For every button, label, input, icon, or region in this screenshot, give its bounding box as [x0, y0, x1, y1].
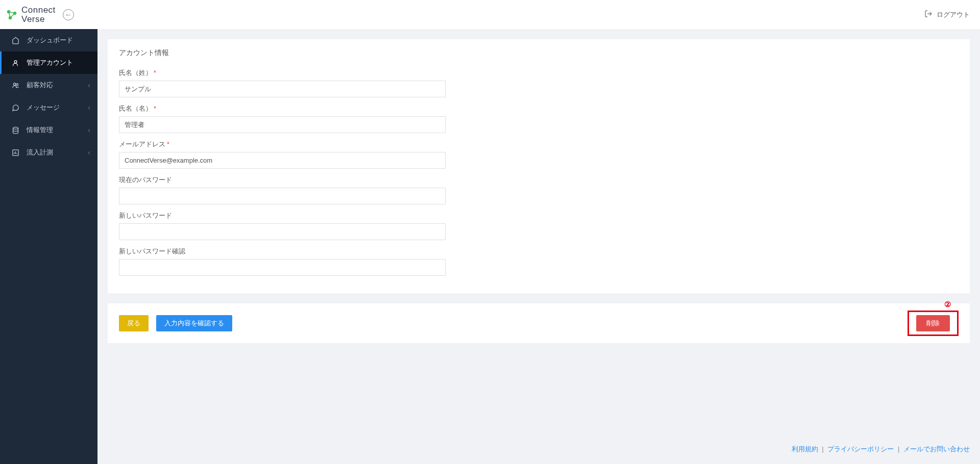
main-content: アカウント情報 氏名（姓）* 氏名（名）* メールアドレス*	[97, 29, 980, 464]
chevron-left-icon: ‹	[88, 81, 90, 89]
sidebar-item-label: ダッシュボード	[27, 36, 90, 45]
sidebar-item-analytics[interactable]: 流入計測 ‹	[0, 141, 97, 164]
field-current-password: 現在のパスワード	[119, 176, 959, 204]
annotation-number: ②	[944, 300, 951, 309]
logout-label: ログアウト	[937, 10, 970, 19]
new-password-confirm-input[interactable]	[119, 259, 446, 276]
field-label: 現在のパスワード	[119, 176, 959, 185]
svg-point-8	[13, 83, 15, 85]
sidebar-item-info[interactable]: 情報管理 ‹	[0, 119, 97, 141]
annotation-highlight: ② 削除	[908, 311, 959, 336]
current-password-input[interactable]	[119, 188, 446, 204]
logo[interactable]: Connect Verse	[5, 6, 56, 24]
email-input[interactable]	[119, 152, 446, 169]
field-label: 氏名（名）*	[119, 105, 959, 113]
home-icon	[11, 37, 19, 44]
logout-icon	[924, 10, 933, 19]
chevron-left-icon: ‹	[88, 126, 90, 134]
sidebar-item-message[interactable]: メッセージ ‹	[0, 96, 97, 119]
sidebar-item-label: 顧客対応	[27, 81, 88, 90]
account-info-card: アカウント情報 氏名（姓）* 氏名（名）* メールアドレス*	[108, 39, 970, 293]
svg-point-10	[13, 127, 18, 129]
card-title: アカウント情報	[119, 48, 959, 58]
field-first-name: 氏名（名）*	[119, 105, 959, 133]
sidebar-item-label: メッセージ	[27, 103, 88, 112]
svg-line-5	[10, 13, 15, 18]
field-label: 氏名（姓）*	[119, 69, 959, 78]
sidebar-item-label: 流入計測	[27, 148, 88, 157]
footer-contact-link[interactable]: メールでお問い合わせ	[903, 445, 970, 453]
field-label: 新しいパスワード	[119, 212, 959, 220]
back-button[interactable]: ←	[63, 9, 74, 20]
sidebar-item-label: 情報管理	[27, 125, 88, 135]
logout-button[interactable]: ログアウト	[924, 10, 970, 19]
sidebar-item-dashboard[interactable]: ダッシュボード	[0, 29, 97, 51]
confirm-button[interactable]: 入力内容を確認する	[156, 315, 232, 331]
delete-button[interactable]: 削除	[916, 315, 950, 331]
arrow-left-icon: ←	[64, 10, 72, 19]
user-icon	[11, 59, 19, 67]
logo-text: Connect Verse	[21, 6, 56, 24]
svg-point-9	[16, 83, 18, 85]
last-name-input[interactable]	[119, 81, 446, 97]
new-password-input[interactable]	[119, 223, 446, 240]
field-label: メールアドレス*	[119, 140, 959, 149]
svg-point-7	[14, 60, 17, 63]
sidebar: ダッシュボード 管理アカウント 顧客対応 ‹ メッセージ ‹ 情	[0, 29, 97, 464]
field-email: メールアドレス*	[119, 140, 959, 169]
footer-privacy-link[interactable]: プライバシーポリシー	[827, 445, 894, 453]
sidebar-item-admin-account[interactable]: 管理アカウント	[0, 51, 97, 74]
field-label: 新しいパスワード確認	[119, 247, 959, 256]
chevron-left-icon: ‹	[88, 148, 90, 157]
first-name-input[interactable]	[119, 116, 446, 133]
chart-icon	[11, 149, 19, 157]
sidebar-item-customer[interactable]: 顧客対応 ‹	[0, 74, 97, 96]
field-last-name: 氏名（姓）*	[119, 69, 959, 97]
footer: 利用規約 | プライバシーポリシー | メールでお問い合わせ	[108, 440, 970, 464]
back-button[interactable]: 戻る	[119, 315, 149, 331]
field-new-password: 新しいパスワード	[119, 212, 959, 240]
database-icon	[11, 126, 19, 134]
users-icon	[11, 82, 19, 89]
logo-icon	[5, 8, 18, 21]
header: Connect Verse ← ログアウト	[0, 0, 980, 29]
footer-terms-link[interactable]: 利用規約	[792, 445, 818, 453]
sidebar-item-label: 管理アカウント	[27, 58, 90, 67]
chat-icon	[11, 104, 19, 112]
chevron-left-icon: ‹	[88, 104, 90, 112]
field-new-password-confirm: 新しいパスワード確認	[119, 247, 959, 276]
action-bar: 戻る 入力内容を確認する ② 削除	[108, 303, 970, 343]
